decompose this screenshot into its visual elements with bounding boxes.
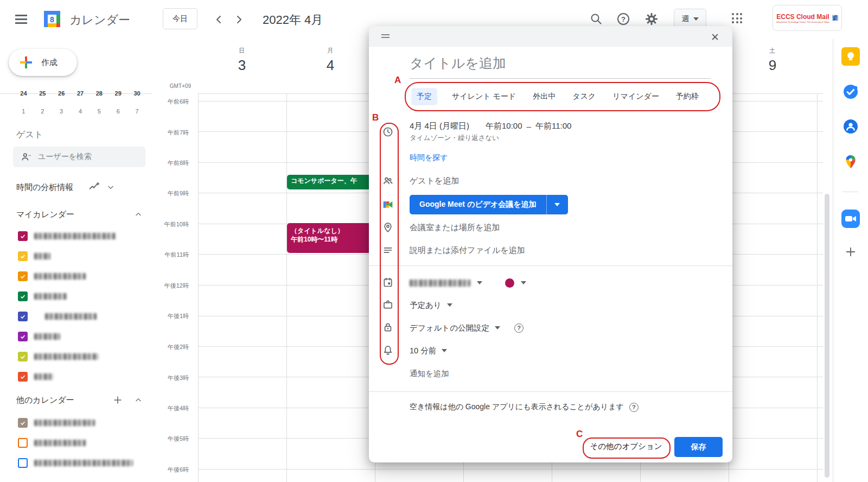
event-no-title[interactable]: （タイトルなし） 午前10時〜11時: [287, 223, 374, 253]
keep-icon[interactable]: [841, 47, 860, 66]
visibility-row[interactable]: デフォルトの公開設定 ?: [410, 322, 524, 334]
calendar-list-item[interactable]: [0, 433, 152, 453]
calendar-checkbox[interactable]: [18, 312, 28, 321]
calendar-checkbox[interactable]: [18, 372, 28, 382]
calendar-list-item[interactable]: [0, 306, 152, 326]
drag-handle-icon[interactable]: [381, 34, 390, 35]
day-header-saturday[interactable]: 土 9: [754, 47, 792, 74]
next-week-icon[interactable]: [232, 13, 245, 26]
datetime-row[interactable]: 4月 4日 (月曜日) 午前10:00 – 午前11:00: [410, 119, 571, 132]
add-location-field[interactable]: 会議室または場所を追加: [410, 223, 500, 233]
day-number[interactable]: 4: [311, 57, 349, 74]
event-title-input[interactable]: タイトルを追加: [410, 54, 711, 79]
mini-calendar-week-row[interactable]: 1 2 3 4 5 6 7: [14, 108, 146, 120]
mini-date[interactable]: 7: [127, 108, 146, 120]
chevron-down-icon[interactable]: [107, 183, 114, 191]
mini-date[interactable]: 25: [33, 90, 52, 102]
calendar-list-item[interactable]: [0, 226, 152, 246]
guest-search-input[interactable]: ユーザーを検索: [13, 147, 145, 167]
visibility-help-icon[interactable]: ?: [514, 324, 524, 333]
tasks-icon[interactable]: [841, 82, 860, 102]
mini-date[interactable]: 24: [14, 90, 33, 102]
account-badge[interactable]: ECCS Cloud Mail Information Technology C…: [773, 5, 842, 31]
calendar-checkbox[interactable]: [18, 418, 28, 428]
calendar-list-item[interactable]: [0, 453, 152, 473]
event-color-dot[interactable]: [505, 278, 514, 288]
event-common-supporter[interactable]: コモンサポーター、午: [287, 175, 374, 189]
meet-options-dropdown[interactable]: [547, 195, 568, 214]
reminder-select[interactable]: 10 分前: [410, 346, 436, 356]
mini-date[interactable]: 2: [33, 108, 52, 120]
calendar-scrollbar[interactable]: [825, 194, 829, 478]
contacts-icon[interactable]: [841, 117, 860, 136]
search-icon[interactable]: [589, 12, 603, 26]
event-date[interactable]: 4月 4日 (月曜日): [410, 121, 469, 131]
main-menu-icon[interactable]: [15, 18, 27, 20]
mini-calendar-week-row[interactable]: 24 25 26 27 28 29 30: [14, 90, 146, 102]
mini-date[interactable]: 1: [14, 108, 33, 120]
calendar-list-item[interactable]: [0, 246, 152, 266]
zoom-icon[interactable]: [841, 209, 860, 229]
mini-date[interactable]: 4: [71, 108, 90, 120]
chevron-up-icon[interactable]: [135, 396, 142, 404]
calendar-checkbox[interactable]: [18, 458, 28, 468]
busy-status-select[interactable]: 予定あり: [410, 300, 442, 310]
google-meet-button[interactable]: Google Meet のビデオ会議を追加: [410, 195, 568, 214]
calendar-list-item[interactable]: [0, 413, 152, 433]
add-guests-field[interactable]: ゲストを追加: [410, 176, 459, 186]
timezone-recurrence-label[interactable]: タイムゾーン・繰り返さない: [410, 134, 499, 143]
event-start-time[interactable]: 午前10:00: [486, 121, 522, 131]
day-number[interactable]: 9: [754, 57, 792, 74]
save-button[interactable]: 保存: [674, 437, 723, 457]
add-notification-row[interactable]: 通知を追加: [410, 367, 449, 379]
prev-week-icon[interactable]: [213, 13, 226, 26]
maps-icon[interactable]: [841, 152, 860, 172]
visibility-select[interactable]: デフォルトの公開設定: [410, 323, 489, 333]
calendar-checkbox[interactable]: [18, 352, 28, 362]
calendar-checkbox[interactable]: [18, 291, 28, 301]
calendar-checkbox[interactable]: [18, 332, 28, 341]
add-location-row[interactable]: 会議室または場所を追加: [410, 221, 500, 233]
chevron-up-icon[interactable]: [135, 211, 142, 218]
recurrence-row[interactable]: タイムゾーン・繰り返さない: [410, 132, 499, 143]
google-apps-icon[interactable]: [732, 13, 743, 24]
find-time-row[interactable]: 時間を探す: [410, 152, 448, 164]
create-button[interactable]: 作成: [9, 49, 77, 76]
reminder-row[interactable]: 10 分前: [410, 345, 447, 357]
event-end-time[interactable]: 午前11:00: [535, 121, 571, 131]
mini-date[interactable]: 26: [52, 90, 71, 102]
meet-button-label[interactable]: Google Meet のビデオ会議を追加: [410, 195, 547, 214]
calendar-list-item[interactable]: [0, 366, 152, 386]
add-guests-row[interactable]: ゲストを追加: [410, 175, 459, 187]
add-notification-button[interactable]: 通知を追加: [410, 369, 449, 379]
calendar-checkbox[interactable]: [18, 231, 28, 241]
other-calendars-header[interactable]: 他のカレンダー: [0, 392, 152, 408]
add-description-row[interactable]: 説明または添付ファイルを追加: [410, 244, 525, 256]
mini-date[interactable]: 28: [90, 90, 108, 102]
add-description-field[interactable]: 説明または添付ファイルを追加: [410, 245, 525, 256]
day-header-sunday[interactable]: 日 3: [223, 47, 261, 74]
calendar-checkbox[interactable]: [18, 251, 28, 261]
calendar-list-item[interactable]: [0, 346, 152, 366]
calendar-logo-icon[interactable]: 8: [41, 8, 63, 30]
close-icon[interactable]: ✕: [707, 29, 723, 45]
mini-date[interactable]: 5: [90, 108, 108, 120]
today-button[interactable]: 今日: [163, 8, 197, 29]
dialog-header-bar[interactable]: ✕: [369, 26, 732, 47]
busy-status-row[interactable]: 予定あり: [410, 299, 452, 311]
insights-section[interactable]: 時間の分析情報: [0, 179, 152, 195]
note-help-icon[interactable]: ?: [629, 403, 639, 412]
mini-date[interactable]: 29: [108, 90, 127, 102]
mini-date[interactable]: 27: [71, 90, 90, 102]
calendar-list-item[interactable]: [0, 266, 152, 286]
day-number[interactable]: 3: [223, 57, 261, 74]
settings-gear-icon[interactable]: [644, 12, 659, 26]
calendar-select-row[interactable]: [410, 277, 526, 288]
add-calendar-plus-icon[interactable]: [113, 395, 123, 405]
mini-date[interactable]: 6: [108, 108, 127, 120]
day-header-monday[interactable]: 月 4: [311, 47, 349, 74]
mini-date[interactable]: 30: [127, 90, 146, 102]
get-addons-plus-icon[interactable]: [841, 242, 860, 262]
calendar-list-item[interactable]: [0, 286, 152, 306]
help-icon[interactable]: ?: [616, 12, 630, 26]
